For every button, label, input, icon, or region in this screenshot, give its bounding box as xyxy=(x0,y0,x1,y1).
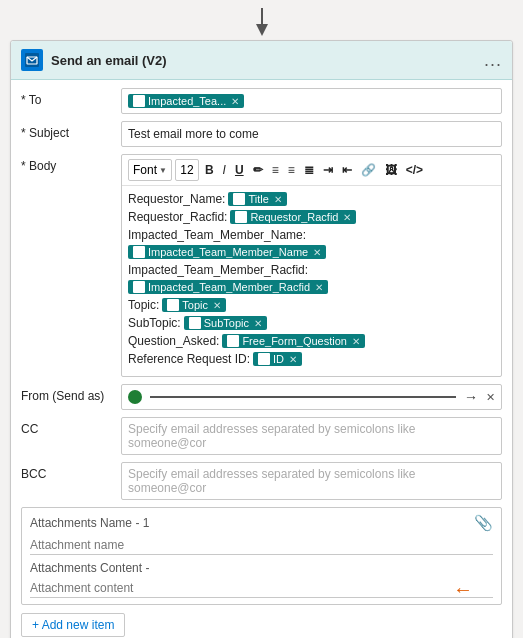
to-token-text: Impacted_Tea... xyxy=(148,95,226,107)
add-new-button[interactable]: + Add new item xyxy=(21,613,125,637)
body-line-7: Question_Asked: Free_Form_Question ✕ xyxy=(128,334,495,348)
line7-token-text: Free_Form_Question xyxy=(242,335,347,347)
bold-button[interactable]: B xyxy=(202,162,217,178)
link-button[interactable]: 🔗 xyxy=(358,162,379,178)
cc-label: CC xyxy=(21,417,121,436)
body-line-3: Impacted_Team_Member_Name: Impacted_Team… xyxy=(128,228,495,259)
image-button[interactable]: 🖼 xyxy=(382,162,400,178)
to-token-close[interactable]: ✕ xyxy=(231,96,239,107)
body-field-row: * Body Font ▼ B I U ✏ ≡ ≡ xyxy=(21,154,502,377)
connector-arrow-top xyxy=(0,0,523,40)
body-label: * Body xyxy=(21,154,121,173)
cc-placeholder: Specify email addresses separated by sem… xyxy=(128,422,415,450)
attach-content-label: Attachments Content - xyxy=(30,561,493,575)
line6-token-close[interactable]: ✕ xyxy=(254,318,262,329)
token-icon xyxy=(235,211,247,223)
body-line-4: Impacted_Team_Member_Racfid: Impacted_Te… xyxy=(128,263,495,294)
subject-field-row: * Subject Test email more to come xyxy=(21,121,502,147)
subject-input[interactable]: Test email more to come xyxy=(121,121,502,147)
subject-label: * Subject xyxy=(21,121,121,140)
cc-input[interactable]: Specify email addresses separated by sem… xyxy=(121,417,502,455)
line5-token-close[interactable]: ✕ xyxy=(213,300,221,311)
list-button[interactable]: ≡ xyxy=(269,162,282,178)
font-select[interactable]: Font ▼ xyxy=(128,159,172,181)
body-line-2: Requestor_Racfid: Requestor_Racfid ✕ xyxy=(128,210,495,224)
token-icon xyxy=(233,193,245,205)
attachments-name-label: Attachments Name - 1 xyxy=(30,516,149,530)
to-label: * To xyxy=(21,88,121,107)
from-close-button[interactable]: ✕ xyxy=(486,391,495,404)
line1-token-close[interactable]: ✕ xyxy=(274,194,282,205)
font-dropdown-arrow: ▼ xyxy=(159,166,167,175)
body-line-1: Requestor_Name: Title ✕ xyxy=(128,192,495,206)
body-toolbar: Font ▼ B I U ✏ ≡ ≡ ≣ ⇥ ⇤ 🔗 xyxy=(122,155,501,186)
bcc-placeholder: Specify email addresses separated by sem… xyxy=(128,467,415,495)
italic-button[interactable]: I xyxy=(220,162,229,178)
bcc-input[interactable]: Specify email addresses separated by sem… xyxy=(121,462,502,500)
line8-label: Reference Request ID: xyxy=(128,352,250,366)
token-icon xyxy=(167,299,179,311)
token-icon xyxy=(133,246,145,258)
send-email-card: Send an email (V2) ... * To Impacted_Tea… xyxy=(10,40,513,638)
line8-token: ID ✕ xyxy=(253,352,302,366)
html-button[interactable]: </> xyxy=(403,162,426,178)
line4-token-close[interactable]: ✕ xyxy=(315,282,323,293)
cc-field-row: CC Specify email addresses separated by … xyxy=(21,417,502,455)
line2-token: Requestor_Racfid ✕ xyxy=(230,210,356,224)
token-icon xyxy=(133,281,145,293)
token-icon xyxy=(189,317,201,329)
body-input[interactable]: Font ▼ B I U ✏ ≡ ≡ ≣ ⇥ ⇤ 🔗 xyxy=(121,154,502,377)
to-input[interactable]: Impacted_Tea... ✕ xyxy=(121,88,502,114)
to-field-row: * To Impacted_Tea... ✕ xyxy=(21,88,502,114)
subject-value: Test email more to come xyxy=(128,127,259,141)
line6-token: SubTopic ✕ xyxy=(184,316,267,330)
from-label: From (Send as) xyxy=(21,384,121,403)
card-title: Send an email (V2) xyxy=(51,53,167,68)
line7-token: Free_Form_Question ✕ xyxy=(222,334,365,348)
line3-token-text: Impacted_Team_Member_Name xyxy=(148,246,308,258)
attach-content-area: ← xyxy=(30,579,493,598)
attachments-header: Attachments Name - 1 📎 xyxy=(30,514,493,532)
line7-token-close[interactable]: ✕ xyxy=(352,336,360,347)
line5-label: Topic: xyxy=(128,298,159,312)
line4-label: Impacted_Team_Member_Racfid: xyxy=(128,263,308,277)
attachment-name-input[interactable] xyxy=(30,536,493,555)
attachment-content-input[interactable] xyxy=(30,579,493,598)
line7-label: Question_Asked: xyxy=(128,334,219,348)
font-size-input[interactable] xyxy=(175,159,199,181)
pen-button[interactable]: ✏ xyxy=(250,162,266,178)
token-icon xyxy=(258,353,270,365)
card-body: * To Impacted_Tea... ✕ * Subject Test em… xyxy=(11,80,512,638)
token-icon xyxy=(227,335,239,347)
card-more-button[interactable]: ... xyxy=(484,50,502,71)
token-icon xyxy=(133,95,145,107)
indent-button[interactable]: ⇥ xyxy=(320,162,336,178)
body-content: Requestor_Name: Title ✕ Requestor_Racfid… xyxy=(122,186,501,376)
line5-token: Topic ✕ xyxy=(162,298,226,312)
line4-token: Impacted_Team_Member_Racfid ✕ xyxy=(128,280,328,294)
from-input[interactable]: → ✕ xyxy=(121,384,502,410)
font-label: Font xyxy=(133,163,157,177)
attachments-section: Attachments Name - 1 📎 Attachments Conte… xyxy=(21,507,502,605)
align-button[interactable]: ≣ xyxy=(301,162,317,178)
line2-token-close[interactable]: ✕ xyxy=(343,212,351,223)
svg-marker-1 xyxy=(256,24,268,36)
list2-button[interactable]: ≡ xyxy=(285,162,298,178)
line1-label: Requestor_Name: xyxy=(128,192,225,206)
outdent-button[interactable]: ⇤ xyxy=(339,162,355,178)
line2-token-text: Requestor_Racfid xyxy=(250,211,338,223)
underline-button[interactable]: U xyxy=(232,162,247,178)
line3-token-close[interactable]: ✕ xyxy=(313,247,321,258)
line3-label: Impacted_Team_Member_Name: xyxy=(128,228,306,242)
line1-token: Title ✕ xyxy=(228,192,286,206)
line6-token-text: SubTopic xyxy=(204,317,249,329)
card-header: Send an email (V2) ... xyxy=(11,41,512,80)
from-arrow-icon: → xyxy=(464,389,478,405)
from-field-row: From (Send as) → ✕ xyxy=(21,384,502,410)
line5-token-text: Topic xyxy=(182,299,208,311)
line6-label: SubTopic: xyxy=(128,316,181,330)
line4-token-text: Impacted_Team_Member_Racfid xyxy=(148,281,310,293)
line3-token: Impacted_Team_Member_Name ✕ xyxy=(128,245,326,259)
line8-token-close[interactable]: ✕ xyxy=(289,354,297,365)
email-icon xyxy=(21,49,43,71)
